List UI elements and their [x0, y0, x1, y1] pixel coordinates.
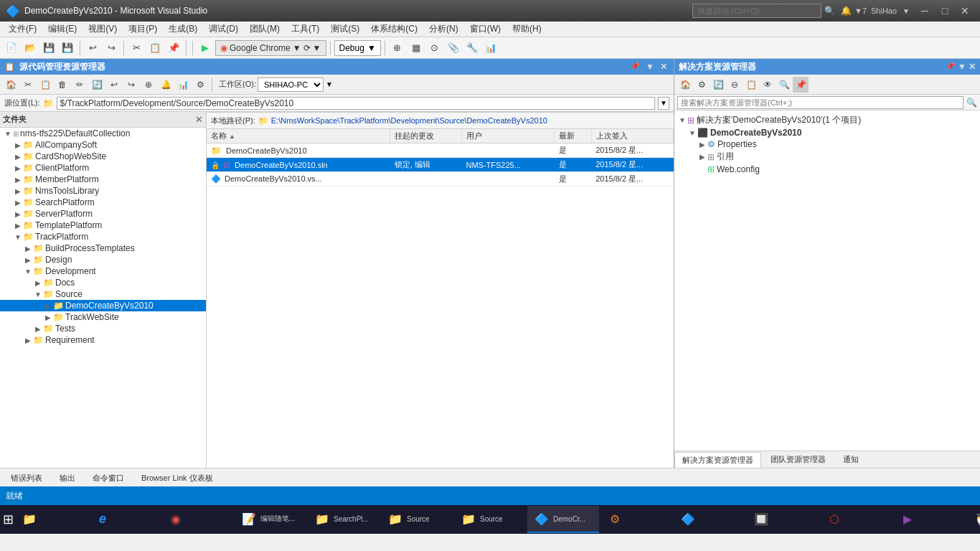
sc-btn8[interactable]: ↪	[123, 77, 139, 93]
taskbar-tool1[interactable]: ⚙	[600, 506, 672, 533]
sc-btn2[interactable]: ✂	[20, 77, 36, 93]
sol-tb-collapse[interactable]: ⊖	[727, 77, 743, 93]
sol-tb-btn2[interactable]: ⚙	[694, 77, 710, 93]
taskbar-tool2[interactable]: 🔷	[674, 506, 745, 533]
toolbar-btn3[interactable]: ⊙	[426, 39, 443, 57]
toolbar-btn2[interactable]: ▦	[407, 39, 425, 57]
tab-browserlink[interactable]: Browser Link 仪表板	[133, 470, 221, 486]
sol-tb-view[interactable]: 👁	[760, 77, 776, 93]
menu-window[interactable]: 窗口(W)	[464, 22, 507, 37]
paste-btn[interactable]: 📌	[165, 39, 182, 57]
taskbar-search1[interactable]: 📁 SearchPl...	[308, 506, 380, 533]
sc-btn11[interactable]: 📊	[175, 77, 191, 93]
location-dropdown-btn[interactable]: ▼	[658, 97, 669, 110]
panel-pin-btn[interactable]: 📌	[628, 62, 642, 72]
tree-item-design[interactable]: ▶ 📁 Design	[0, 254, 206, 265]
menu-arch[interactable]: 体系结构(C)	[365, 22, 423, 37]
toolbar-btn1[interactable]: ⊕	[389, 39, 406, 57]
sc-btn6[interactable]: 🔄	[89, 77, 105, 93]
tree-item-democreate[interactable]: ▶ 📁 DemoCreateByVs2010	[0, 300, 206, 311]
sol-tab-notify[interactable]: 通知	[835, 451, 867, 468]
quick-launch-input[interactable]	[692, 4, 821, 18]
tree-item-track[interactable]: ▼ 📁 TrackPlatform	[0, 231, 206, 242]
sc-btn1[interactable]: 🏠	[3, 77, 19, 93]
sc-btn10[interactable]: 🔔	[158, 77, 174, 93]
start-button[interactable]: ⊞	[3, 506, 14, 533]
tab-command[interactable]: 命令窗口	[85, 470, 132, 486]
sol-item-webconfig[interactable]: ⊞ Web.config	[674, 164, 980, 175]
tree-item-search[interactable]: ▶ 📁 SearchPlatform	[0, 197, 206, 208]
table-row[interactable]: 🔒 ⊞ DemoCreateByVs2010.sln 锁定, 编辑 NMS-TF…	[207, 158, 674, 172]
sol-item-project[interactable]: ▼ ⬛ DemoCreateByVs2010	[674, 127, 980, 138]
local-path-link[interactable]: E:\NmsWorkSpace\TrackPlatform\Developmen…	[271, 116, 547, 125]
menu-help[interactable]: 帮助(H)	[507, 22, 547, 37]
tree-item-dev[interactable]: ▼ 📁 Development	[0, 265, 206, 277]
tree-item-cardshop[interactable]: ▶ 📁 CardShopWebSite	[0, 151, 206, 162]
sol-item-root[interactable]: ▼ ⊞ 解决方案'DemoCreateByVs2010'(1 个项目)	[674, 113, 980, 127]
menu-build[interactable]: 生成(B)	[163, 22, 203, 37]
taskbar-chrome[interactable]: ◉	[161, 506, 233, 533]
tree-item-nmstools[interactable]: ▶ 📁 NmsToolsLibrary	[0, 185, 206, 197]
taskbar-tool3[interactable]: 🔲	[747, 506, 819, 533]
sc-btn3[interactable]: 📋	[37, 77, 53, 93]
cut-btn[interactable]: ✂	[128, 39, 145, 57]
toolbar-btn5[interactable]: 🔧	[463, 39, 481, 57]
tree-item-trackwebsite[interactable]: ▶ 📁 TrackWebSite	[0, 311, 206, 323]
save-all-btn[interactable]: 💾	[59, 39, 76, 57]
menu-debug[interactable]: 调试(D)	[203, 22, 244, 37]
sc-btn12[interactable]: ⚙	[192, 77, 208, 93]
sol-tab-solution[interactable]: 解决方案资源管理器	[674, 452, 761, 468]
taskbar-ie[interactable]: e	[88, 506, 160, 533]
sol-close-btn[interactable]: ✕	[969, 62, 976, 72]
sol-search-input[interactable]	[677, 96, 963, 109]
taskbar-tool4[interactable]: ⬡	[820, 506, 892, 533]
menu-file[interactable]: 文件(F)	[3, 22, 42, 37]
taskbar-tool5[interactable]: ▶	[893, 506, 965, 533]
workspace-select[interactable]: SHIHAO-PC	[258, 77, 324, 92]
sol-tb-props[interactable]: 📋	[743, 77, 759, 93]
sol-tab-team[interactable]: 团队资源管理器	[763, 451, 834, 468]
col-name[interactable]: 名称 ▲	[207, 129, 390, 143]
taskbar-file-explorer[interactable]: 📁	[15, 506, 87, 533]
sol-pin-btn[interactable]: 📌	[946, 62, 956, 72]
tree-item-requirement[interactable]: ▶ 📁 Requirement	[0, 334, 206, 346]
table-row[interactable]: 📁 DemoCreateByVs2010 是 2015/8/2 星...	[207, 143, 674, 158]
toolbar-btn4[interactable]: 📎	[445, 39, 462, 57]
save-btn[interactable]: 💾	[40, 39, 57, 57]
folder-header-close[interactable]: ✕	[195, 114, 203, 125]
menu-tools[interactable]: 工具(T)	[286, 22, 325, 37]
sc-btn7[interactable]: ↩	[106, 77, 122, 93]
sol-dropdown-btn[interactable]: ▼	[958, 62, 966, 72]
play-button[interactable]: ▶	[197, 39, 214, 57]
sol-tb-pin[interactable]: 📌	[793, 77, 809, 93]
sol-item-properties[interactable]: ▶ ⚙ Properties	[674, 138, 980, 150]
notification-icon[interactable]: 🔔	[841, 6, 852, 16]
sol-tb-refresh[interactable]: 🔄	[710, 77, 726, 93]
sol-tb-btn1[interactable]: 🏠	[677, 77, 693, 93]
tab-output[interactable]: 输出	[52, 470, 83, 486]
maximize-button[interactable]: □	[936, 4, 954, 18]
tree-item-client[interactable]: ▶ 📁 ClientPlatform	[0, 162, 206, 174]
sc-btn9[interactable]: ⊕	[141, 77, 156, 93]
taskbar-vs[interactable]: 🔷 DemoCr...	[527, 506, 599, 533]
menu-project[interactable]: 项目(P)	[123, 22, 163, 37]
close-button[interactable]: ✕	[956, 4, 974, 18]
table-row[interactable]: 🔷 DemoCreateByVs2010.vs... 是 2015/8/2 星.…	[207, 172, 674, 187]
tree-item-build[interactable]: ▶ 📁 BuildProcessTemplates	[0, 242, 206, 254]
debug-dropdown[interactable]: Debug ▼	[334, 40, 381, 56]
tab-errors[interactable]: 错误列表	[3, 470, 50, 486]
undo-btn[interactable]: ↩	[84, 39, 101, 57]
taskbar-qq[interactable]: 🐧 QQ音乐	[966, 506, 980, 533]
sc-btn5[interactable]: ✏	[72, 77, 88, 93]
taskbar-source1[interactable]: 📁 Source	[381, 506, 453, 533]
taskbar-source2[interactable]: 📁 Source	[454, 506, 526, 533]
col-latest[interactable]: 最新	[555, 129, 591, 143]
tree-item-tests[interactable]: ▶ 📁 Tests	[0, 323, 206, 334]
tree-item-member[interactable]: ▶ 📁 MemberPlatform	[0, 174, 206, 185]
minimize-button[interactable]: ─	[915, 4, 934, 18]
col-checkin[interactable]: 上次签入	[591, 129, 673, 143]
col-user[interactable]: 用户	[461, 129, 554, 143]
tree-item-docs[interactable]: ▶ 📁 Docs	[0, 277, 206, 288]
taskbar-notepad[interactable]: 📝 编辑随笔...	[235, 506, 306, 533]
sol-item-refs[interactable]: ▶ ⊞ 引用	[674, 150, 980, 164]
